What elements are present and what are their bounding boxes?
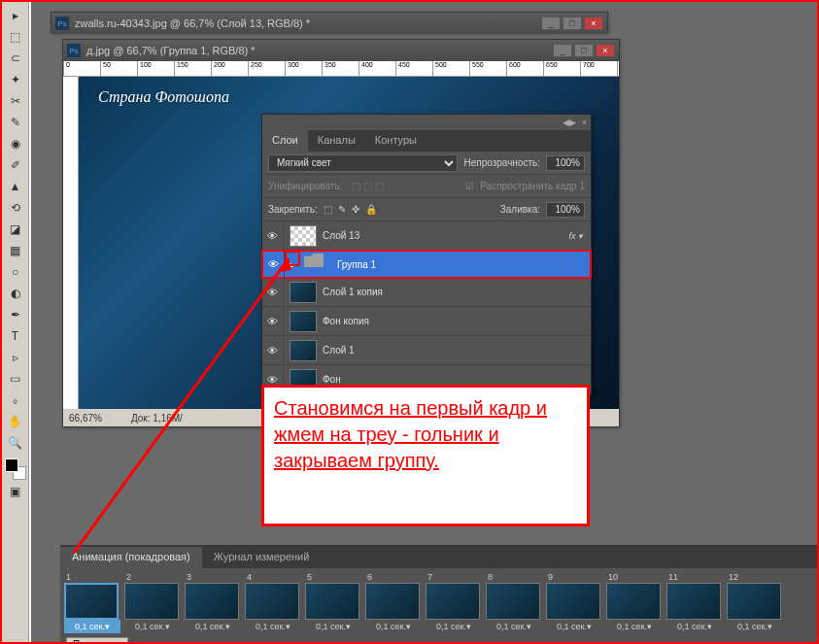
frame-delay[interactable]: 0,1 сек.▾ [727, 620, 783, 633]
animation-frame[interactable]: 110,1 сек.▾ [666, 572, 723, 633]
layer-thumbnail[interactable] [290, 311, 317, 332]
animation-frame[interactable]: 70,1 сек.▾ [426, 572, 482, 633]
lock-transparency-icon[interactable]: ⬚ [324, 204, 332, 215]
layer-row[interactable]: 👁Фон копия [262, 307, 591, 336]
layer-name[interactable]: Слой 1 копия [323, 287, 591, 297]
frame-thumbnail[interactable] [727, 583, 781, 620]
wand-tool[interactable]: ✦ [5, 70, 26, 89]
layer-row[interactable]: 👁Слой 13fx ▾ [262, 221, 591, 251]
visibility-icon[interactable]: 👁 [262, 278, 284, 307]
blur-tool[interactable]: ○ [5, 262, 26, 282]
animation-frame[interactable]: 100,1 сек.▾ [606, 572, 663, 633]
layer-row[interactable]: 👁Слой 1 [262, 336, 591, 365]
fill-input[interactable] [546, 202, 585, 218]
animation-frame[interactable]: 20,1 сек.▾ [124, 572, 181, 633]
move-tool[interactable]: ▸ [5, 6, 26, 25]
close-button[interactable]: × [584, 17, 603, 30]
color-swatches[interactable] [5, 458, 26, 480]
tab-measurement[interactable]: Журнал измерений [202, 547, 322, 568]
3d-tool[interactable]: ⬨ [5, 390, 26, 410]
opacity-input[interactable] [546, 155, 585, 171]
tab-channels[interactable]: Каналы [308, 130, 365, 152]
frame-thumbnail[interactable] [245, 583, 299, 620]
frame-delay[interactable]: 0,1 сек.▾ [546, 620, 602, 633]
frame-thumbnail[interactable] [546, 583, 600, 620]
frame-delay[interactable]: 0,1 сек.▾ [245, 620, 301, 633]
frame-thumbnail[interactable] [64, 583, 119, 620]
doc1-titlebar[interactable]: Ps zwalls.ru-40343.jpg @ 66,7% (Слой 13,… [51, 13, 607, 34]
unify-icon[interactable]: ⬚ ⬚ ⬚ [352, 181, 384, 191]
frame-delay[interactable]: 0,1 сек.▾ [666, 620, 723, 633]
frame-thumbnail[interactable] [486, 583, 540, 620]
frame-delay[interactable]: 0,1 сек.▾ [305, 620, 361, 633]
visibility-icon[interactable]: 👁 [262, 221, 284, 251]
history-tool[interactable]: ⟲ [5, 198, 26, 218]
crop-tool[interactable]: ✂ [5, 91, 26, 111]
maximize-button[interactable]: □ [563, 17, 582, 30]
frame-delay[interactable]: 0,1 сек.▾ [606, 620, 663, 633]
doc2-titlebar[interactable]: Ps д.jpg @ 66,7% (Группа 1, RGB/8) * _ □… [63, 40, 619, 61]
layer-name[interactable]: Слой 1 [323, 345, 591, 356]
animation-frame[interactable]: 10,1 сек.▾ [64, 572, 120, 633]
frame-delay[interactable]: 0,1 сек.▾ [124, 620, 181, 633]
animation-frame[interactable]: 120,1 сек.▾ [727, 572, 783, 633]
layer-row[interactable]: 👁▸Группа 1 [261, 250, 592, 279]
minimize-button[interactable]: _ [553, 44, 572, 57]
dodge-tool[interactable]: ◐ [5, 284, 26, 303]
brush-tool[interactable]: ✐ [5, 155, 26, 175]
animation-frame[interactable]: 40,1 сек.▾ [245, 572, 301, 633]
maximize-button[interactable]: □ [574, 44, 594, 57]
folder-icon[interactable] [304, 254, 331, 275]
zoom-tool[interactable]: 🔍 [5, 433, 26, 453]
blend-mode-select[interactable]: Мягкий свет [268, 154, 458, 172]
shape-tool[interactable]: ▭ [5, 369, 26, 389]
frame-thumbnail[interactable] [666, 583, 721, 620]
tab-layers[interactable]: Слои [262, 130, 308, 152]
frame-delay[interactable]: 0,1 сек.▾ [365, 620, 422, 633]
lasso-tool[interactable]: ⊂ [5, 49, 26, 68]
layer-thumbnail[interactable] [290, 225, 317, 247]
frame-delay[interactable]: 0,1 сек.▾ [426, 620, 482, 633]
eraser-tool[interactable]: ◪ [5, 220, 26, 239]
path-tool[interactable]: ▹ [5, 348, 26, 367]
frame-thumbnail[interactable] [606, 583, 661, 620]
animation-frame[interactable]: 50,1 сек.▾ [305, 572, 361, 633]
gradient-tool[interactable]: ▦ [5, 241, 26, 260]
lock-all-icon[interactable]: 🔒 [365, 204, 377, 215]
tab-paths[interactable]: Контуры [365, 130, 427, 152]
layer-name[interactable]: Фон [323, 374, 591, 385]
zoom-level[interactable]: 66,67% [69, 413, 102, 424]
loop-select[interactable]: Постоянно [66, 637, 128, 644]
layer-thumbnail[interactable] [290, 282, 317, 303]
visibility-icon[interactable]: 👁 [262, 307, 284, 336]
frame-thumbnail[interactable] [426, 583, 480, 620]
frame-delay[interactable]: 0,1 сек.▾ [64, 620, 120, 633]
hand-tool[interactable]: ✋ [5, 412, 26, 431]
animation-frame[interactable]: 30,1 сек.▾ [185, 572, 241, 633]
heal-tool[interactable]: ◉ [5, 134, 26, 153]
tab-animation[interactable]: Анимация (покадровая) [60, 547, 202, 568]
frame-thumbnail[interactable] [305, 583, 359, 620]
visibility-icon[interactable]: 👁 [263, 250, 285, 279]
marquee-tool[interactable]: ⬚ [5, 27, 26, 47]
panel-collapse-icon[interactable]: ◀▶ [563, 118, 576, 127]
frame-thumbnail[interactable] [365, 583, 420, 620]
close-button[interactable]: × [596, 44, 615, 57]
animation-frame[interactable]: 60,1 сек.▾ [365, 572, 422, 633]
visibility-icon[interactable]: 👁 [262, 336, 284, 365]
frame-thumbnail[interactable] [124, 583, 179, 620]
frame-delay[interactable]: 0,1 сек.▾ [486, 620, 542, 633]
stamp-tool[interactable]: ▲ [5, 177, 26, 196]
type-tool[interactable]: T [5, 326, 26, 346]
layer-name[interactable]: Группа 1 [337, 259, 590, 270]
quickmask-tool[interactable]: ▣ [5, 482, 26, 501]
animation-frame[interactable]: 80,1 сек.▾ [486, 572, 542, 633]
lock-position-icon[interactable]: ✜ [352, 204, 359, 215]
fx-icon[interactable]: fx ▾ [568, 231, 591, 241]
frame-thumbnail[interactable] [185, 583, 239, 620]
pen-tool[interactable]: ✒ [5, 305, 26, 324]
minimize-button[interactable]: _ [541, 17, 561, 30]
lock-paint-icon[interactable]: ✎ [338, 204, 346, 215]
layer-name[interactable]: Слой 13 [323, 230, 568, 241]
frame-delay[interactable]: 0,1 сек.▾ [185, 620, 241, 633]
